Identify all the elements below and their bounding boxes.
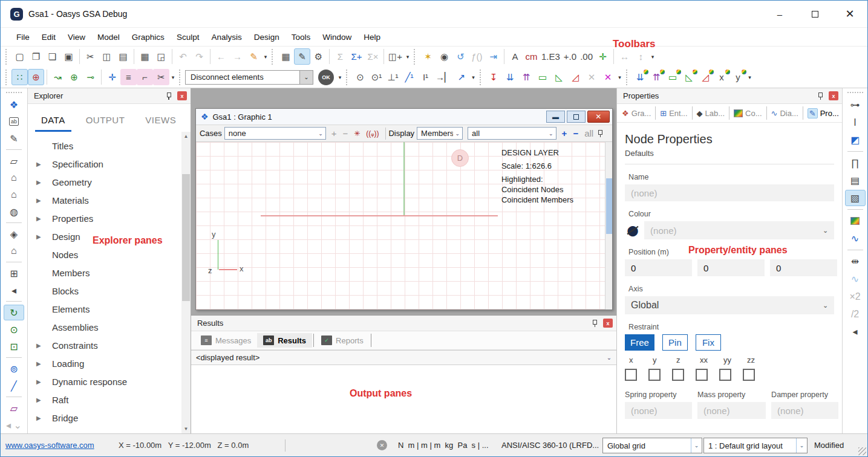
toolbar-caret[interactable]: ▾ [262, 48, 269, 65]
dof-y-checkbox[interactable] [648, 369, 661, 381]
annotate[interactable]: ✕ [584, 69, 600, 85]
tree-item-bridge[interactable]: ▶Bridge [28, 409, 181, 427]
show-nodes[interactable]: ⊙ [352, 69, 368, 85]
toolbar-drag-handle[interactable] [847, 92, 863, 93]
close-pane-icon[interactable]: x [603, 319, 613, 328]
units-indicator[interactable]: N m | m | m kg Pa s | ... [398, 434, 489, 456]
view-envelope[interactable]: ▱ [4, 153, 24, 169]
display-filter-combo[interactable]: all ⌄ [468, 127, 556, 140]
node-loads[interactable]: ↧ [486, 69, 502, 85]
tree-item-dynamic-response[interactable]: ▶Dynamic response [28, 372, 181, 391]
tab-graphics[interactable]: ❖Gra... [619, 106, 653, 120]
menu-window[interactable]: Window [316, 28, 357, 46]
toolbar-caret[interactable]: ▾ [404, 48, 411, 65]
case-axes-icon[interactable]: ✳ [351, 129, 363, 138]
sum[interactable]: Σ [332, 48, 348, 65]
wizard-wand[interactable]: ✶ [420, 48, 436, 65]
select-nodes[interactable]: ⊚ [4, 361, 24, 377]
contour-deformation[interactable]: ▭ [665, 69, 681, 85]
element-loads[interactable]: ⇊ [502, 69, 518, 85]
toolbar-caret[interactable]: ▾ [616, 69, 624, 85]
dof-zz-checkbox[interactable] [743, 369, 755, 381]
toolbar-drag-handle[interactable] [5, 49, 8, 65]
expand-arrow-icon[interactable]: ▶ [28, 161, 41, 167]
menu-tools[interactable]: Tools [286, 28, 317, 46]
view-sphere[interactable]: ◍ [4, 204, 24, 219]
tree-item-constraints[interactable]: ▶Constraints [28, 336, 181, 354]
expand-arrow-icon[interactable]: ▶ [28, 197, 41, 204]
tree-item-assemblies[interactable]: Assemblies [28, 318, 181, 336]
tab-data[interactable]: DATA [35, 112, 71, 132]
add-circle[interactable]: ⊕ [66, 69, 82, 85]
animation[interactable]: ▤ [845, 172, 866, 189]
deformation[interactable]: ▭ [535, 69, 551, 85]
collapse-right[interactable]: ◂ [845, 323, 866, 340]
expand-arrow-icon[interactable]: ▶ [28, 215, 41, 222]
ok-button[interactable]: OK [318, 70, 334, 85]
font[interactable]: A [507, 48, 523, 65]
clear-display[interactable]: ✕ [600, 69, 616, 85]
tab-entities[interactable]: ⊞Ent... [658, 106, 690, 120]
tab-results[interactable]: abResults [257, 333, 312, 348]
strip-overflow[interactable]: ◂ ⌄ [4, 417, 24, 433]
contour-x[interactable]: x [714, 69, 730, 85]
contour-settings[interactable] [845, 213, 866, 229]
scroll-down-icon[interactable]: ▼ [181, 424, 191, 433]
toolbar-caret[interactable]: ▾ [470, 69, 477, 85]
tree-item-elements[interactable]: Elements [28, 300, 181, 318]
toolbar-drag-handle[interactable] [626, 70, 628, 85]
scrollbar-thumb[interactable] [182, 174, 190, 301]
cases-combo[interactable]: none ⌄ [224, 127, 326, 140]
graphic-close-button[interactable]: ✕ [587, 111, 610, 123]
units-cm[interactable]: cm [523, 48, 540, 65]
toolbar-caret[interactable]: ▾ [649, 48, 656, 65]
position-x-field[interactable] [625, 259, 692, 276]
section-view[interactable]: I [845, 114, 866, 131]
toolbar-drag-handle[interactable] [346, 70, 348, 85]
sync[interactable]: ↺ [452, 48, 469, 65]
view-solid[interactable]: ◈ [4, 226, 24, 242]
moment-diagram[interactable]: ◿ [567, 69, 584, 85]
grid-layout-combo[interactable]: 1 : Default grid layout ⌄ [703, 438, 808, 453]
position-y-field[interactable] [697, 259, 765, 276]
fit-height[interactable]: ↕ [633, 48, 649, 65]
colour-select[interactable]: (none) ⌄ [644, 221, 834, 239]
sum-add[interactable]: Σ+ [348, 48, 365, 65]
toolbar-caret[interactable]: ▾ [336, 69, 344, 85]
maximize-button[interactable] [797, 1, 832, 27]
cut[interactable]: ✂ [82, 48, 99, 65]
position-z-field[interactable] [770, 259, 837, 276]
case-add-icon[interactable]: + [328, 128, 340, 138]
contour-reactions[interactable]: ⇈ [648, 69, 665, 85]
contour-moment[interactable]: ◿ [697, 69, 714, 85]
pin-icon[interactable] [165, 92, 172, 100]
entity-settings[interactable]: ◩ [845, 132, 866, 148]
expand-arrow-icon[interactable]: ▶ [28, 397, 41, 403]
menu-design[interactable]: Design [248, 28, 286, 46]
display-all-button[interactable]: all [581, 128, 596, 138]
tools-wrench[interactable]: ⚙ [310, 48, 327, 65]
supports[interactable]: ⊥¹ [385, 69, 401, 85]
goto-list[interactable]: ⇥ [485, 48, 501, 65]
save-view[interactable]: ◫+ [387, 48, 404, 65]
table-view[interactable]: ▦ [278, 48, 294, 65]
decimals-less[interactable]: .00 [578, 48, 595, 65]
restraint-pin-button[interactable]: Pin [662, 334, 688, 351]
close-file[interactable]: ❏ [44, 48, 60, 65]
releases[interactable]: →▏ [434, 69, 454, 85]
sculpt-tool-combo[interactable]: Disconnect elements ⌄ [185, 70, 313, 85]
shear-diagram[interactable]: ◺ [551, 69, 567, 85]
mass-property-field[interactable] [697, 402, 766, 419]
dynamic-cases-icon[interactable]: ((φ)) [363, 129, 382, 138]
case-remove-icon[interactable]: − [340, 128, 351, 138]
restraint-free-button[interactable]: Free [625, 334, 654, 351]
graphic-minimize-button[interactable]: ▬ [546, 111, 565, 123]
view-frame[interactable]: ⌂ [4, 243, 24, 259]
flatten-layers[interactable]: ≡ [120, 69, 137, 85]
fit-width[interactable]: ↔ [616, 48, 633, 65]
dof-x-checkbox[interactable] [625, 369, 637, 381]
link-nodes[interactable]: ⊶ [845, 97, 866, 113]
paste[interactable]: ▤ [115, 48, 131, 65]
orbit[interactable]: ↻ [4, 305, 24, 320]
find[interactable]: ◉ [436, 48, 452, 65]
